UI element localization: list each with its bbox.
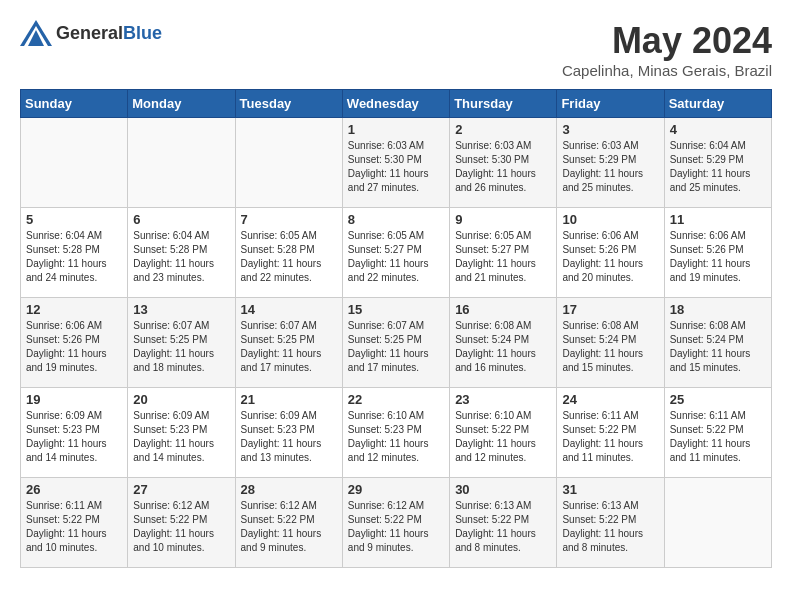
day-content: Sunrise: 6:06 AM Sunset: 5:26 PM Dayligh…	[562, 229, 658, 285]
calendar-cell: 25Sunrise: 6:11 AM Sunset: 5:22 PM Dayli…	[664, 388, 771, 478]
calendar-cell: 5Sunrise: 6:04 AM Sunset: 5:28 PM Daylig…	[21, 208, 128, 298]
calendar-cell: 3Sunrise: 6:03 AM Sunset: 5:29 PM Daylig…	[557, 118, 664, 208]
day-number: 16	[455, 302, 551, 317]
day-number: 17	[562, 302, 658, 317]
calendar-cell	[128, 118, 235, 208]
calendar-cell: 26Sunrise: 6:11 AM Sunset: 5:22 PM Dayli…	[21, 478, 128, 568]
calendar-cell: 24Sunrise: 6:11 AM Sunset: 5:22 PM Dayli…	[557, 388, 664, 478]
logo-general-text: General	[56, 23, 123, 43]
day-number: 9	[455, 212, 551, 227]
calendar-cell: 2Sunrise: 6:03 AM Sunset: 5:30 PM Daylig…	[450, 118, 557, 208]
day-content: Sunrise: 6:05 AM Sunset: 5:28 PM Dayligh…	[241, 229, 337, 285]
calendar-week-4: 19Sunrise: 6:09 AM Sunset: 5:23 PM Dayli…	[21, 388, 772, 478]
day-content: Sunrise: 6:05 AM Sunset: 5:27 PM Dayligh…	[455, 229, 551, 285]
calendar-cell: 10Sunrise: 6:06 AM Sunset: 5:26 PM Dayli…	[557, 208, 664, 298]
calendar-title: May 2024	[562, 20, 772, 62]
calendar-body: 1Sunrise: 6:03 AM Sunset: 5:30 PM Daylig…	[21, 118, 772, 568]
calendar-cell	[21, 118, 128, 208]
calendar-header: SundayMondayTuesdayWednesdayThursdayFrid…	[21, 90, 772, 118]
day-number: 27	[133, 482, 229, 497]
day-content: Sunrise: 6:09 AM Sunset: 5:23 PM Dayligh…	[241, 409, 337, 465]
calendar-cell: 4Sunrise: 6:04 AM Sunset: 5:29 PM Daylig…	[664, 118, 771, 208]
day-number: 3	[562, 122, 658, 137]
calendar-cell: 31Sunrise: 6:13 AM Sunset: 5:22 PM Dayli…	[557, 478, 664, 568]
day-content: Sunrise: 6:06 AM Sunset: 5:26 PM Dayligh…	[670, 229, 766, 285]
day-number: 25	[670, 392, 766, 407]
day-number: 14	[241, 302, 337, 317]
page-header: GeneralBlue May 2024 Capelinha, Minas Ge…	[20, 20, 772, 79]
day-content: Sunrise: 6:10 AM Sunset: 5:22 PM Dayligh…	[455, 409, 551, 465]
header-day-saturday: Saturday	[664, 90, 771, 118]
day-number: 11	[670, 212, 766, 227]
logo-icon	[20, 20, 52, 46]
day-number: 20	[133, 392, 229, 407]
day-content: Sunrise: 6:13 AM Sunset: 5:22 PM Dayligh…	[562, 499, 658, 555]
day-number: 21	[241, 392, 337, 407]
day-content: Sunrise: 6:07 AM Sunset: 5:25 PM Dayligh…	[241, 319, 337, 375]
day-number: 30	[455, 482, 551, 497]
calendar-cell: 17Sunrise: 6:08 AM Sunset: 5:24 PM Dayli…	[557, 298, 664, 388]
calendar-cell: 13Sunrise: 6:07 AM Sunset: 5:25 PM Dayli…	[128, 298, 235, 388]
day-content: Sunrise: 6:11 AM Sunset: 5:22 PM Dayligh…	[670, 409, 766, 465]
day-number: 31	[562, 482, 658, 497]
calendar-cell: 15Sunrise: 6:07 AM Sunset: 5:25 PM Dayli…	[342, 298, 449, 388]
calendar-cell: 21Sunrise: 6:09 AM Sunset: 5:23 PM Dayli…	[235, 388, 342, 478]
calendar-cell: 1Sunrise: 6:03 AM Sunset: 5:30 PM Daylig…	[342, 118, 449, 208]
day-number: 10	[562, 212, 658, 227]
calendar-table: SundayMondayTuesdayWednesdayThursdayFrid…	[20, 89, 772, 568]
day-content: Sunrise: 6:11 AM Sunset: 5:22 PM Dayligh…	[26, 499, 122, 555]
calendar-cell: 14Sunrise: 6:07 AM Sunset: 5:25 PM Dayli…	[235, 298, 342, 388]
day-content: Sunrise: 6:12 AM Sunset: 5:22 PM Dayligh…	[241, 499, 337, 555]
logo-blue-text: Blue	[123, 23, 162, 43]
calendar-cell: 20Sunrise: 6:09 AM Sunset: 5:23 PM Dayli…	[128, 388, 235, 478]
header-day-tuesday: Tuesday	[235, 90, 342, 118]
day-content: Sunrise: 6:05 AM Sunset: 5:27 PM Dayligh…	[348, 229, 444, 285]
header-day-thursday: Thursday	[450, 90, 557, 118]
header-day-friday: Friday	[557, 90, 664, 118]
header-day-monday: Monday	[128, 90, 235, 118]
day-content: Sunrise: 6:09 AM Sunset: 5:23 PM Dayligh…	[26, 409, 122, 465]
day-content: Sunrise: 6:07 AM Sunset: 5:25 PM Dayligh…	[133, 319, 229, 375]
day-number: 23	[455, 392, 551, 407]
calendar-cell: 27Sunrise: 6:12 AM Sunset: 5:22 PM Dayli…	[128, 478, 235, 568]
day-content: Sunrise: 6:13 AM Sunset: 5:22 PM Dayligh…	[455, 499, 551, 555]
calendar-location: Capelinha, Minas Gerais, Brazil	[562, 62, 772, 79]
calendar-cell	[664, 478, 771, 568]
day-content: Sunrise: 6:04 AM Sunset: 5:28 PM Dayligh…	[26, 229, 122, 285]
calendar-week-5: 26Sunrise: 6:11 AM Sunset: 5:22 PM Dayli…	[21, 478, 772, 568]
title-block: May 2024 Capelinha, Minas Gerais, Brazil	[562, 20, 772, 79]
day-number: 6	[133, 212, 229, 227]
day-number: 2	[455, 122, 551, 137]
day-number: 26	[26, 482, 122, 497]
calendar-cell: 18Sunrise: 6:08 AM Sunset: 5:24 PM Dayli…	[664, 298, 771, 388]
day-content: Sunrise: 6:03 AM Sunset: 5:30 PM Dayligh…	[348, 139, 444, 195]
day-content: Sunrise: 6:07 AM Sunset: 5:25 PM Dayligh…	[348, 319, 444, 375]
calendar-cell: 29Sunrise: 6:12 AM Sunset: 5:22 PM Dayli…	[342, 478, 449, 568]
calendar-cell: 6Sunrise: 6:04 AM Sunset: 5:28 PM Daylig…	[128, 208, 235, 298]
day-number: 4	[670, 122, 766, 137]
day-number: 13	[133, 302, 229, 317]
day-number: 1	[348, 122, 444, 137]
header-row: SundayMondayTuesdayWednesdayThursdayFrid…	[21, 90, 772, 118]
day-number: 22	[348, 392, 444, 407]
day-content: Sunrise: 6:10 AM Sunset: 5:23 PM Dayligh…	[348, 409, 444, 465]
day-content: Sunrise: 6:03 AM Sunset: 5:29 PM Dayligh…	[562, 139, 658, 195]
day-number: 7	[241, 212, 337, 227]
calendar-cell: 12Sunrise: 6:06 AM Sunset: 5:26 PM Dayli…	[21, 298, 128, 388]
day-content: Sunrise: 6:03 AM Sunset: 5:30 PM Dayligh…	[455, 139, 551, 195]
calendar-cell: 22Sunrise: 6:10 AM Sunset: 5:23 PM Dayli…	[342, 388, 449, 478]
day-content: Sunrise: 6:04 AM Sunset: 5:29 PM Dayligh…	[670, 139, 766, 195]
day-number: 29	[348, 482, 444, 497]
calendar-week-3: 12Sunrise: 6:06 AM Sunset: 5:26 PM Dayli…	[21, 298, 772, 388]
day-number: 19	[26, 392, 122, 407]
header-day-sunday: Sunday	[21, 90, 128, 118]
day-content: Sunrise: 6:12 AM Sunset: 5:22 PM Dayligh…	[133, 499, 229, 555]
calendar-cell: 9Sunrise: 6:05 AM Sunset: 5:27 PM Daylig…	[450, 208, 557, 298]
day-content: Sunrise: 6:08 AM Sunset: 5:24 PM Dayligh…	[670, 319, 766, 375]
logo: GeneralBlue	[20, 20, 162, 46]
calendar-week-1: 1Sunrise: 6:03 AM Sunset: 5:30 PM Daylig…	[21, 118, 772, 208]
day-number: 28	[241, 482, 337, 497]
calendar-cell: 23Sunrise: 6:10 AM Sunset: 5:22 PM Dayli…	[450, 388, 557, 478]
calendar-cell: 11Sunrise: 6:06 AM Sunset: 5:26 PM Dayli…	[664, 208, 771, 298]
day-content: Sunrise: 6:06 AM Sunset: 5:26 PM Dayligh…	[26, 319, 122, 375]
